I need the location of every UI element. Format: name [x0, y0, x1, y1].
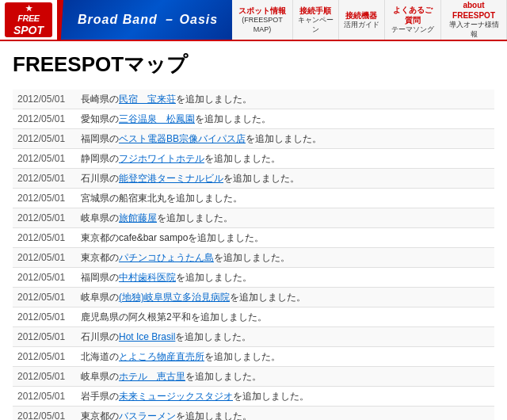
nav-area: スポット情報 (FREESPOT MAP) 接続手順 キャンペーン 接続機器 活… — [232, 0, 507, 40]
content-cell: 石川県のHot Ice Brasilを追加しました。 — [76, 327, 494, 347]
date-cell: 2012/05/01 — [13, 228, 76, 248]
page-title: FREESPOTマップ — [13, 51, 494, 78]
location-link[interactable]: (地独)岐阜県立多治見病院 — [119, 292, 230, 303]
date-cell: 2012/05/01 — [13, 367, 76, 387]
nav-devices[interactable]: 接続機器 活用ガイド — [339, 0, 385, 40]
table-row: 2012/05/01福岡県のベスト電器BB宗像バイパス店を追加しました。 — [13, 129, 494, 149]
location-link[interactable]: とよころ物産直売所 — [119, 351, 204, 362]
content-cell: 福岡県のベスト電器BB宗像バイパス店を追加しました。 — [76, 129, 494, 149]
freespot-logo: ★ FREE SPOT — [5, 2, 52, 37]
nav-faq-sub: テーマソング — [391, 25, 434, 35]
date-cell: 2012/05/01 — [13, 407, 76, 421]
content-cell: 宮城県の船宿東北丸を追加しました。 — [76, 189, 494, 208]
date-cell: 2012/05/01 — [13, 307, 76, 327]
logo-star-icon: ★ — [25, 4, 32, 13]
nav-connect-sub: キャンペーン — [298, 16, 334, 34]
table-row: 2012/05/01石川県のHot Ice Brasilを追加しました。 — [13, 327, 494, 347]
nav-about[interactable]: about FREESPOT 導入オーナ様情報 — [441, 0, 507, 40]
content-cell: 福岡県の中村歯科医院を追加しました。 — [76, 268, 494, 288]
location-link[interactable]: 中村歯科医院 — [119, 272, 176, 283]
logo-area: ★ FREE SPOT — [0, 0, 57, 40]
location-link[interactable]: 旅館藤屋 — [119, 212, 157, 223]
content-cell: 岐阜県のホテル 恵古里を追加しました。 — [76, 367, 494, 387]
date-cell: 2012/05/01 — [13, 129, 76, 149]
date-cell: 2012/05/01 — [13, 90, 76, 109]
location-link[interactable]: 未来ミュージックスタジオ — [119, 391, 233, 402]
nav-connect-main: 接続手順 — [299, 6, 331, 16]
table-row: 2012/05/01静岡県のフジホワイトホテルを追加しました。 — [13, 149, 494, 169]
content-cell: 岐阜県の(地独)岐阜県立多治見病院を追加しました。 — [76, 288, 494, 307]
brand-title: Broad Band － Oasis — [57, 0, 232, 40]
header: ★ FREE SPOT Broad Band － Oasis スポット情報 (F… — [0, 0, 507, 41]
date-cell: 2012/05/01 — [13, 189, 76, 208]
location-link[interactable]: フジホワイトホテル — [119, 153, 204, 164]
content-cell: 東京都のバスラーメンを追加しました。 — [76, 407, 494, 421]
date-cell: 2012/05/01 — [13, 149, 76, 169]
logo-free-text: FREE — [17, 13, 39, 23]
table-row: 2012/05/01東京都のバスラーメンを追加しました。 — [13, 407, 494, 421]
location-link[interactable]: Hot Ice Brasil — [119, 331, 175, 342]
updates-table: 2012/05/01長崎県の民宿 宝来荘を追加しました。2012/05/01愛知… — [13, 90, 494, 420]
table-row: 2012/05/01愛知県の三谷温泉 松鳳園を追加しました。 — [13, 109, 494, 129]
updates-tbody: 2012/05/01長崎県の民宿 宝来荘を追加しました。2012/05/01愛知… — [13, 90, 494, 420]
table-row: 2012/05/01宮城県の船宿東北丸を追加しました。 — [13, 189, 494, 208]
content-cell: 愛知県の三谷温泉 松鳳園を追加しました。 — [76, 109, 494, 129]
table-row: 2012/05/01福岡県の中村歯科医院を追加しました。 — [13, 268, 494, 288]
location-link[interactable]: ホテル 恵古里 — [119, 371, 185, 382]
location-link[interactable]: 民宿 宝来荘 — [119, 94, 176, 105]
logo-spot-text: SPOT — [13, 24, 44, 36]
date-cell: 2012/05/01 — [13, 109, 76, 129]
table-row: 2012/05/01鹿児島県の阿久根第2平和を追加しました。 — [13, 307, 494, 327]
nav-connect-guide[interactable]: 接続手順 キャンペーン — [293, 0, 339, 40]
brand-title-text: Broad Band － Oasis — [71, 12, 218, 29]
table-row: 2012/05/01石川県の能登空港ターミナルビルを追加しました。 — [13, 169, 494, 189]
table-row: 2012/05/01東京都のパチンコひょうたん島を追加しました。 — [13, 248, 494, 268]
nav-faq-main: よくあるご質問 — [390, 5, 436, 25]
nav-faq[interactable]: よくあるご質問 テーマソング — [385, 0, 441, 40]
location-link[interactable]: 三谷温泉 松鳳園 — [119, 113, 195, 124]
location-link[interactable]: パチンコひょうたん島 — [119, 252, 214, 263]
content-cell: 鹿児島県の阿久根第2平和を追加しました。 — [76, 307, 494, 327]
location-link[interactable]: バスラーメン — [119, 410, 176, 420]
content-cell: 長崎県の民宿 宝来荘を追加しました。 — [76, 90, 494, 109]
main-content: FREESPOTマップ 2012/05/01長崎県の民宿 宝来荘を追加しました。… — [0, 41, 507, 420]
table-row: 2012/05/01岐阜県の(地独)岐阜県立多治見病院を追加しました。 — [13, 288, 494, 307]
nav-about-main: about FREESPOT — [446, 0, 501, 21]
content-cell: 岩手県の未来ミュージックスタジオを追加しました。 — [76, 387, 494, 407]
date-cell: 2012/05/01 — [13, 268, 76, 288]
table-row: 2012/05/01岐阜県のホテル 恵古里を追加しました。 — [13, 367, 494, 387]
table-row: 2012/05/01岩手県の未来ミュージックスタジオを追加しました。 — [13, 387, 494, 407]
location-link[interactable]: 能登空港ターミナルビル — [119, 173, 223, 184]
content-cell: 東京都のパチンコひょうたん島を追加しました。 — [76, 248, 494, 268]
nav-spot-info[interactable]: スポット情報 (FREESPOT MAP) — [232, 0, 293, 40]
content-cell: 石川県の能登空港ターミナルビルを追加しました。 — [76, 169, 494, 189]
table-row: 2012/05/01東京都のcafe&bar sampoを追加しました。 — [13, 228, 494, 248]
date-cell: 2012/05/01 — [13, 169, 76, 189]
page-title-area: FREESPOTマップ — [13, 51, 494, 78]
date-cell: 2012/05/01 — [13, 288, 76, 307]
nav-about-sub: 導入オーナ様情報 — [446, 21, 501, 39]
date-cell: 2012/05/01 — [13, 208, 76, 228]
table-row: 2012/05/01長崎県の民宿 宝来荘を追加しました。 — [13, 90, 494, 109]
nav-spot-info-main: スポット情報 — [238, 6, 286, 16]
table-row: 2012/05/01北海道のとよころ物産直売所を追加しました。 — [13, 347, 494, 367]
location-link[interactable]: ベスト電器BB宗像バイパス店 — [119, 133, 246, 144]
nav-devices-sub: 活用ガイド — [344, 21, 379, 30]
date-cell: 2012/05/01 — [13, 248, 76, 268]
date-cell: 2012/05/01 — [13, 387, 76, 407]
date-cell: 2012/05/01 — [13, 347, 76, 367]
date-cell: 2012/05/01 — [13, 327, 76, 347]
content-cell: 北海道のとよころ物産直売所を追加しました。 — [76, 347, 494, 367]
nav-spot-info-sub: (FREESPOT MAP) — [237, 16, 288, 34]
table-row: 2012/05/01岐阜県の旅館藤屋を追加しました。 — [13, 208, 494, 228]
content-cell: 岐阜県の旅館藤屋を追加しました。 — [76, 208, 494, 228]
content-cell: 静岡県のフジホワイトホテルを追加しました。 — [76, 149, 494, 169]
content-cell: 東京都のcafe&bar sampoを追加しました。 — [76, 228, 494, 248]
nav-devices-main: 接続機器 — [345, 10, 377, 21]
